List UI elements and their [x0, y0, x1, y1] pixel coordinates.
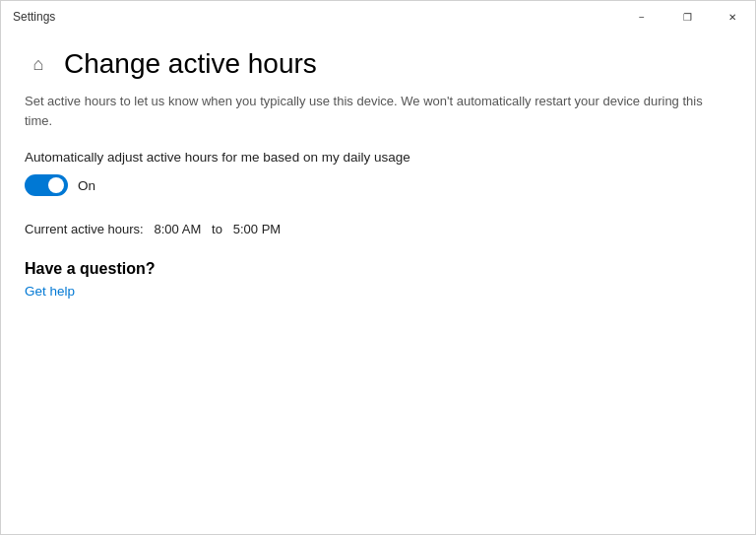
get-help-link[interactable]: Get help: [25, 284, 731, 299]
home-icon: ⌂: [33, 54, 44, 75]
back-button[interactable]: ⌂: [25, 50, 52, 78]
minimize-button[interactable]: −: [619, 1, 664, 33]
titlebar: Settings − ❐ ✕: [1, 1, 755, 33]
page-title: Change active hours: [64, 48, 317, 80]
restore-button[interactable]: ❐: [664, 1, 710, 33]
page-content: ⌂ Change active hours Set active hours t…: [1, 33, 755, 534]
active-hours-prefix: Current active hours:: [25, 222, 144, 236]
toggle-label: On: [78, 178, 95, 193]
question-heading: Have a question?: [25, 260, 731, 278]
active-hours-start: 8:00 AM: [155, 222, 202, 236]
setting-label: Automatically adjust active hours for me…: [25, 150, 731, 165]
active-hours-info: Current active hours: 8:00 AM to 5:00 PM: [25, 222, 731, 236]
settings-window: Settings − ❐ ✕ ⌂ Change active hours Set…: [0, 0, 756, 535]
active-hours-to: to: [212, 222, 222, 236]
page-description: Set active hours to let us know when you…: [25, 92, 731, 130]
active-hours-toggle[interactable]: [25, 174, 68, 196]
page-header: ⌂ Change active hours: [25, 33, 731, 92]
setting-row: Automatically adjust active hours for me…: [25, 150, 731, 210]
toggle-thumb: [48, 177, 64, 193]
close-button[interactable]: ✕: [710, 1, 755, 33]
toggle-row: On: [25, 174, 731, 196]
active-hours-end: 5:00 PM: [233, 222, 281, 236]
titlebar-title: Settings: [13, 10, 55, 24]
titlebar-controls: − ❐ ✕: [619, 1, 755, 33]
